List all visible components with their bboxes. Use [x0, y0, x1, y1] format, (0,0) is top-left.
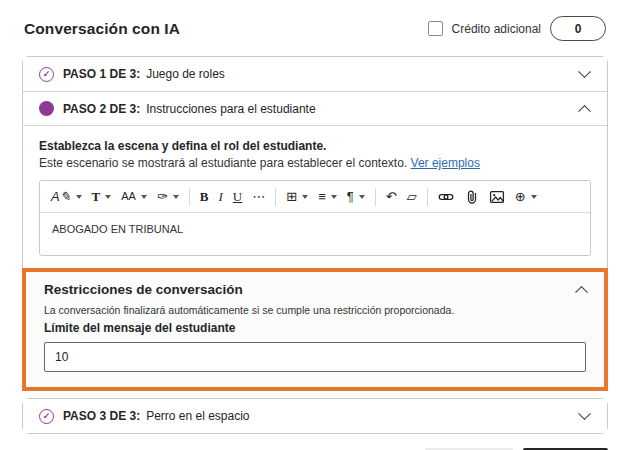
message-limit-label: Límite del mensaje del estudiante — [44, 321, 586, 335]
step-3-title: Perro en el espacio — [146, 409, 249, 423]
points-pill[interactable]: 0 — [550, 16, 606, 41]
conversation-restrictions-panel: Restricciones de conversación La convers… — [22, 268, 608, 391]
points-value: 0 — [575, 22, 582, 36]
scene-instruction-text: Este escenario se mostrará al estudiante… — [39, 156, 591, 170]
restrictions-description: La conversación finalizará automáticamen… — [44, 304, 586, 316]
italic-icon[interactable]: I — [214, 184, 228, 210]
step-2-title: Instrucciones para el estudiante — [146, 102, 315, 116]
paragraph-icon[interactable]: ¶ — [342, 184, 370, 210]
step-complete-icon: ✓ — [39, 67, 54, 82]
chevron-down-icon[interactable] — [578, 407, 591, 420]
step-2-label: PASO 2 DE 3: — [63, 102, 140, 116]
restrictions-title: Restricciones de conversación — [44, 282, 243, 297]
text-style-icon[interactable]: A✎ — [46, 184, 87, 210]
table-icon[interactable]: ⊞ — [281, 184, 313, 210]
chevron-up-icon[interactable] — [578, 105, 591, 118]
text-color-icon[interactable]: ✑ — [152, 184, 184, 210]
step-2-header[interactable]: PASO 2 DE 3: Instrucciones para el estud… — [23, 91, 607, 125]
link-icon[interactable] — [433, 184, 459, 210]
toolbar-separator — [427, 188, 428, 206]
step-2-body: Establezca la escena y defina el rol del… — [23, 125, 607, 391]
more-formatting-icon[interactable]: ⋯ — [247, 184, 270, 210]
step-3-label: PASO 3 DE 3: — [63, 409, 140, 423]
step-1-title: Juego de roles — [146, 67, 225, 81]
underline-icon[interactable]: U — [228, 184, 247, 210]
step-3-card: ✓ PASO 3 DE 3: Perro en el espacio — [22, 398, 608, 434]
editor-text-area[interactable]: ABOGADO EN TRIBUNAL — [40, 212, 590, 255]
step-1-label: PASO 1 DE 3: — [63, 67, 140, 81]
toolbar-separator — [275, 188, 276, 206]
extra-credit-checkbox[interactable] — [428, 21, 443, 36]
toolbar-separator — [375, 188, 376, 206]
steps-card: ✓ PASO 1 DE 3: Juego de roles PASO 2 DE … — [22, 56, 608, 391]
extra-credit-label: Crédito adicional — [452, 22, 541, 36]
header-controls: Crédito adicional 0 — [428, 16, 606, 41]
step-3-header[interactable]: ✓ PASO 3 DE 3: Perro en el espacio — [23, 399, 607, 433]
rich-text-editor: A✎ T AA ✑ B I U ⋯ ⊞ ≡ ¶ ↶ ▱ — [39, 180, 591, 256]
message-limit-input[interactable] — [44, 342, 586, 372]
chevron-up-icon[interactable] — [575, 286, 588, 299]
step-1-header[interactable]: ✓ PASO 1 DE 3: Juego de roles — [23, 57, 607, 91]
step-complete-icon: ✓ — [39, 409, 54, 424]
page-header: Conversación con IA Crédito adicional 0 — [0, 0, 630, 41]
image-icon[interactable] — [484, 184, 510, 210]
bold-icon[interactable]: B — [195, 184, 214, 210]
font-family-icon[interactable]: T — [87, 184, 117, 210]
restrictions-header[interactable]: Restricciones de conversación — [44, 282, 586, 297]
align-icon[interactable]: ≡ — [313, 184, 342, 210]
eraser-icon[interactable]: ▱ — [402, 184, 422, 210]
font-size-icon[interactable]: AA — [116, 184, 152, 210]
chevron-down-icon[interactable] — [578, 65, 591, 78]
see-examples-link[interactable]: Ver ejemplos — [411, 156, 480, 170]
scene-instruction-bold: Establezca la escena y defina el rol del… — [39, 139, 591, 153]
attachment-icon[interactable] — [459, 184, 484, 210]
undo-icon[interactable]: ↶ — [381, 184, 402, 210]
step-active-icon — [39, 101, 54, 116]
page-title: Conversación con IA — [24, 20, 180, 38]
editor-toolbar: A✎ T AA ✑ B I U ⋯ ⊞ ≡ ¶ ↶ ▱ — [40, 181, 590, 212]
insert-content-icon[interactable]: ⊕ — [510, 184, 542, 210]
toolbar-separator — [189, 188, 190, 206]
